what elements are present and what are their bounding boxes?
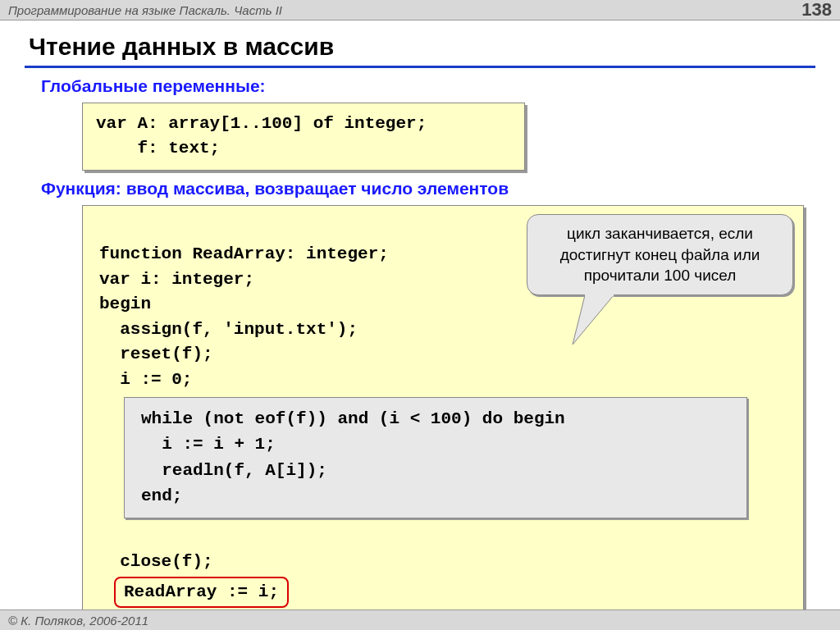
breadcrumb: Программирование на языке Паскаль. Часть… xyxy=(8,3,282,17)
code-while-loop: while (not eof(f)) and (i < 100) do begi… xyxy=(124,397,747,518)
callout-text: цикл заканчивается, если достигнут конец… xyxy=(560,225,760,284)
section-global-vars: Глобальные переменные: xyxy=(41,76,840,96)
code-close: close(f); xyxy=(99,552,213,571)
page-number: 138 xyxy=(801,0,832,21)
section-function: Функция: ввод массива, возвращает число … xyxy=(41,179,840,199)
callout-tail-icon xyxy=(568,291,626,349)
svg-marker-0 xyxy=(573,295,614,345)
callout-bubble: цикл заканчивается, если достигнут конец… xyxy=(527,214,793,295)
code-global-vars: var A: array[1..100] of integer; f: text… xyxy=(82,103,525,171)
code-function: function ReadArray: integer; var i: inte… xyxy=(82,205,804,630)
code-function-top: function ReadArray: integer; var i: inte… xyxy=(99,244,389,388)
slide-title: Чтение данных в массив xyxy=(29,33,840,61)
title-underline xyxy=(25,66,815,68)
copyright: © К. Поляков, 2006-2011 xyxy=(8,614,148,628)
code-return-highlight: ReadArray := i; xyxy=(114,577,289,608)
slide-footer: © К. Поляков, 2006-2011 xyxy=(0,609,840,630)
slide-header: Программирование на языке Паскаль. Часть… xyxy=(0,0,840,21)
